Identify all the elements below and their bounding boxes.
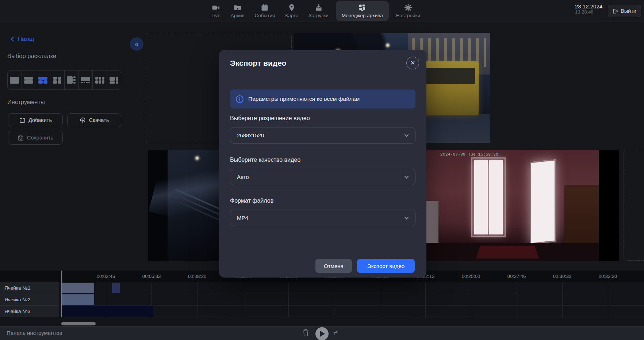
save-button[interactable]: Сохранить <box>8 131 63 145</box>
info-banner-text: Параметры применяются ко всем файлам <box>248 96 360 102</box>
layout-option-2x2[interactable] <box>50 70 65 89</box>
downloads-inbox-icon <box>315 4 323 12</box>
ruler-label: 00:33:20 <box>599 274 617 279</box>
archive-manager-grid-icon <box>358 4 366 12</box>
format-value: MP4 <box>237 215 404 221</box>
resolution-label: Выберите разрешение видео <box>230 115 415 122</box>
logout-button[interactable]: Выйти <box>608 5 641 17</box>
nav-item-label: Загрузки <box>308 13 328 18</box>
tools-section-header: Инструменты <box>7 99 45 106</box>
ruler-label: 00:02:46 <box>97 274 115 279</box>
app-window: Live Архив События Карта Загрузки Менедж… <box>0 0 644 340</box>
logout-label: Выйти <box>621 8 636 14</box>
video-cell-hallway[interactable]: 2024-07-09 Tue 15:59:30 <box>426 150 619 261</box>
chevron-down-icon <box>404 174 409 180</box>
ruler-label: 00:25:00 <box>462 274 480 279</box>
main-nav: Live Архив События Карта Загрузки Менедж… <box>208 0 423 22</box>
nav-item-label: Архив <box>231 13 245 18</box>
chevron-left-icon <box>10 36 15 42</box>
resolution-select[interactable]: 2688x1520 <box>230 127 415 144</box>
nav-item-archive-manager[interactable]: Менеджер архива <box>336 1 389 21</box>
cut-button[interactable]: ✂ <box>331 328 340 338</box>
back-link[interactable]: Назад <box>10 36 34 42</box>
timeline-rows <box>0 282 644 317</box>
layout-option-3x2[interactable] <box>93 70 107 89</box>
timeline-scrollbar[interactable] <box>61 322 96 325</box>
video-timestamp-overlay: 2024-07-09 Tue 15:59:30 <box>440 152 498 157</box>
toolbar-title: Панель инструментов <box>7 330 62 336</box>
sidebar: Назад Выбор раскладки Инструменты Добави… <box>0 22 137 271</box>
layout-option-1-top-2-bottom[interactable] <box>36 70 50 89</box>
timeline-cell-label: Ячейка №2 <box>0 294 59 306</box>
add-icon <box>19 117 25 123</box>
nav-item-label: Карта <box>285 13 298 18</box>
nav-item-live[interactable]: Live <box>208 0 223 22</box>
quality-field: Выберите качество видео Авто <box>230 157 415 185</box>
settings-gear-icon <box>404 4 412 12</box>
info-icon: ! <box>236 95 244 103</box>
nav-item-archive[interactable]: Архив <box>228 0 248 22</box>
ruler-label: 00:08:20 <box>188 274 207 279</box>
add-button[interactable]: Добавить <box>8 113 63 127</box>
ruler-label: 00:30:33 <box>553 274 572 279</box>
layout-option-mixed[interactable] <box>107 70 121 89</box>
save-label: Сохранить <box>27 135 53 141</box>
format-select[interactable]: MP4 <box>230 210 415 226</box>
quality-label: Выберите качество видео <box>230 157 415 163</box>
nav-item-settings[interactable]: Настройки <box>393 0 423 22</box>
layout-option-2-rows[interactable] <box>22 70 36 89</box>
layout-1-left-3-right-icon <box>67 76 76 84</box>
layout-mixed-icon <box>110 77 118 84</box>
layout-option-single[interactable] <box>8 70 22 89</box>
layout-single-icon <box>10 77 19 84</box>
timeline-cell-label: Ячейка №3 <box>0 306 59 317</box>
timeline-clip[interactable] <box>61 306 153 317</box>
play-button[interactable] <box>315 327 329 340</box>
download-button[interactable]: Скачать <box>67 113 121 127</box>
export-button[interactable]: Экспорт видео <box>357 259 415 273</box>
quality-value: Авто <box>237 174 404 180</box>
timeline-track[interactable] <box>0 282 644 294</box>
delete-button[interactable] <box>302 329 309 338</box>
info-banner: ! Параметры применяются ко всем файлам <box>230 89 415 108</box>
timeline-cell-labels: Ячейка №1Ячейка №2Ячейка №3 <box>0 282 59 317</box>
timeline-track[interactable] <box>0 306 644 317</box>
quality-select[interactable]: Авто <box>230 169 415 185</box>
timeline-clip[interactable] <box>112 283 120 293</box>
nav-item-downloads[interactable]: Загрузки <box>306 0 331 22</box>
nav-item-events[interactable]: События <box>252 0 278 22</box>
live-camera-icon <box>212 4 220 12</box>
resolution-value: 2688x1520 <box>237 132 404 138</box>
layout-section-header: Выбор раскладки <box>7 53 56 60</box>
layout-selector <box>7 70 121 90</box>
nav-item-map[interactable]: Карта <box>282 0 301 22</box>
layout-2x2-icon <box>53 77 61 84</box>
format-label: Формат файлов <box>230 198 415 204</box>
format-field: Формат файлов MP4 <box>230 198 415 226</box>
layout-option-1-top-4-bottom[interactable] <box>78 70 93 89</box>
nav-item-label: Live <box>211 13 221 18</box>
close-dialog-button[interactable]: ✕ <box>406 57 419 69</box>
archive-folder-icon <box>234 4 242 12</box>
layout-1-top-2-bottom-icon <box>38 77 47 84</box>
timeline-clip[interactable] <box>61 294 94 305</box>
layout-3x2-icon <box>95 77 104 84</box>
cancel-button[interactable]: Отмена <box>315 259 352 273</box>
play-icon <box>320 331 325 337</box>
timeline-clip[interactable] <box>61 283 94 293</box>
empty-cell-bottom-right[interactable] <box>624 150 644 261</box>
map-pin-icon <box>288 4 296 12</box>
layout-2-rows-icon <box>24 77 33 84</box>
chevron-down-icon <box>404 215 409 221</box>
timeline-track[interactable] <box>0 294 644 306</box>
close-icon: ✕ <box>410 60 415 66</box>
time-label: 13:28:48 <box>575 9 602 15</box>
timeline-playhead[interactable] <box>61 271 62 317</box>
back-label: Назад <box>18 36 34 42</box>
top-navbar: Live Архив События Карта Загрузки Менедж… <box>0 0 644 22</box>
layout-option-1-left-3-right[interactable] <box>65 70 79 89</box>
export-dialog: Экспорт видео ✕ ! Параметры применяются … <box>219 50 426 278</box>
timeline: 00:02:4600:05:3300:08:2000:11:0600:13:53… <box>0 271 644 326</box>
download-label: Скачать <box>89 117 109 123</box>
collapse-sidebar-button[interactable]: « <box>130 37 143 51</box>
